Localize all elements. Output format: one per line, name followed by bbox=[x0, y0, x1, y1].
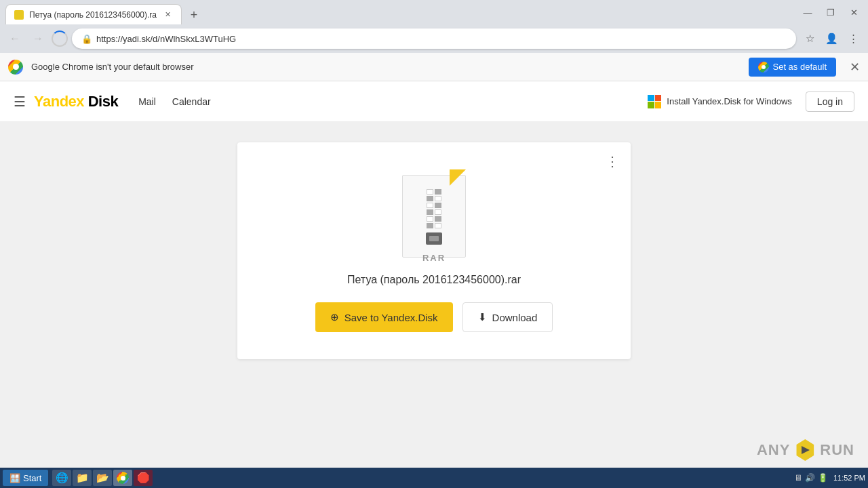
hamburger-menu[interactable]: ☰ bbox=[14, 94, 26, 110]
chrome-icon bbox=[8, 60, 23, 75]
url-text: https://yadi.sk/d/nWlhSkxL3WTuHG bbox=[96, 34, 236, 44]
taskbar-network-icon: 🖥 bbox=[794, 473, 802, 483]
zipper-pattern bbox=[426, 189, 442, 245]
file-icon: RAR bbox=[397, 163, 471, 258]
lock-icon: 🔒 bbox=[81, 34, 92, 44]
info-bar: Google Chrome isn't your default browser… bbox=[0, 53, 868, 81]
maximize-button[interactable]: ❐ bbox=[822, 5, 840, 19]
taskbar-app-folder[interactable]: 📁 bbox=[73, 470, 92, 486]
taskbar-app-ie[interactable]: 🌐 bbox=[52, 470, 71, 486]
more-options-button[interactable]: ⋮ bbox=[606, 153, 620, 169]
taskbar-right: 🖥 🔊 🔋 11:52 PM bbox=[794, 473, 865, 483]
download-icon: ⬇ bbox=[478, 311, 487, 323]
taskbar-status-icons: 🖥 🔊 🔋 bbox=[794, 473, 828, 483]
save-to-yandex-button[interactable]: ⊕ Save to Yandex.Disk bbox=[315, 302, 453, 332]
new-tab-button[interactable]: + bbox=[184, 5, 203, 24]
tab-bar: Петуа (пароль 2016123456000).ra ✕ + bbox=[5, 0, 793, 24]
start-icon: 🪟 bbox=[9, 473, 20, 483]
save-icon: ⊕ bbox=[330, 311, 339, 323]
close-info-button[interactable]: ✕ bbox=[850, 60, 860, 75]
menu-icon[interactable]: ⋮ bbox=[844, 29, 863, 48]
title-bar: Петуа (пароль 2016123456000).ra ✕ + — ❐ … bbox=[0, 0, 868, 24]
zipper-box bbox=[426, 232, 442, 245]
action-buttons: ⊕ Save to Yandex.Disk ⬇ Download bbox=[315, 302, 553, 332]
start-label: Start bbox=[23, 473, 41, 483]
info-bar-text: Google Chrome isn't your default browser bbox=[31, 62, 741, 72]
anyrun-watermark: ANY RUN bbox=[757, 439, 854, 461]
taskbar-time: 11:52 PM bbox=[833, 474, 865, 482]
forward-button[interactable]: → bbox=[28, 29, 47, 48]
minimize-button[interactable]: — bbox=[799, 5, 816, 19]
url-bar[interactable]: 🔒 https://yadi.sk/d/nWlhSkxL3WTuHG bbox=[72, 28, 796, 49]
file-card: ⋮ bbox=[237, 142, 631, 359]
taskbar-volume-icon: 🔊 bbox=[805, 473, 815, 483]
file-body: RAR bbox=[402, 175, 466, 258]
header-right: Install Yandex.Disk for Windows Log in bbox=[648, 92, 854, 112]
taskbar-app-chrome[interactable] bbox=[113, 470, 132, 486]
yandex-logo: Yandex Disk bbox=[34, 93, 118, 110]
anyrun-suffix: RUN bbox=[820, 441, 854, 459]
nav-calendar[interactable]: Calendar bbox=[172, 96, 211, 107]
window-controls: — ❐ ✕ bbox=[799, 5, 863, 19]
loading-spinner bbox=[52, 30, 68, 47]
tab-close-button[interactable]: ✕ bbox=[162, 9, 173, 20]
file-corner-fold bbox=[450, 169, 466, 186]
file-type-label: RAR bbox=[422, 253, 446, 263]
toolbar-icons: ☆ 👤 ⋮ bbox=[800, 29, 863, 48]
set-default-button[interactable]: Set as default bbox=[749, 58, 837, 77]
taskbar-app-explorer[interactable]: 📂 bbox=[93, 470, 112, 486]
download-label: Download bbox=[492, 312, 538, 323]
file-name: Петуа (пароль 2016123456000).rar bbox=[347, 274, 521, 286]
main-area: ⋮ bbox=[0, 122, 868, 468]
page-content: ☰ Yandex Disk Mail Calendar Install Yand… bbox=[0, 81, 868, 468]
anyrun-text: ANY bbox=[757, 441, 790, 459]
anyrun-logo-icon bbox=[794, 439, 816, 461]
nav-mail[interactable]: Mail bbox=[138, 96, 156, 107]
account-icon[interactable]: 👤 bbox=[822, 29, 841, 48]
back-button[interactable]: ← bbox=[5, 29, 24, 48]
save-label: Save to Yandex.Disk bbox=[344, 312, 438, 323]
taskbar-apps: 🌐 📁 📂 🛑 bbox=[52, 470, 153, 486]
tab-favicon bbox=[14, 10, 24, 20]
login-button[interactable]: Log in bbox=[806, 92, 854, 112]
windows-logo-icon bbox=[648, 95, 661, 108]
download-button[interactable]: ⬇ Download bbox=[462, 302, 553, 332]
address-bar: ← → 🔒 https://yadi.sk/d/nWlhSkxL3WTuHG ☆… bbox=[0, 24, 868, 53]
start-button[interactable]: 🪟 Start bbox=[3, 470, 48, 486]
install-label: Install Yandex.Disk for Windows bbox=[667, 96, 791, 106]
install-yandex-disk[interactable]: Install Yandex.Disk for Windows bbox=[648, 95, 791, 108]
main-nav: Mail Calendar bbox=[138, 96, 211, 107]
close-button[interactable]: ✕ bbox=[845, 5, 863, 19]
browser-chrome: Петуа (пароль 2016123456000).ra ✕ + — ❐ … bbox=[0, 0, 868, 81]
chrome-logo-small bbox=[758, 62, 769, 73]
bookmark-icon[interactable]: ☆ bbox=[800, 29, 819, 48]
set-default-label: Set as default bbox=[773, 62, 827, 72]
yandex-header: ☰ Yandex Disk Mail Calendar Install Yand… bbox=[0, 81, 868, 122]
tab-title: Петуа (пароль 2016123456000).ra bbox=[29, 10, 157, 20]
taskbar: 🪟 Start 🌐 📁 📂 🛑 🖥 🔊 🔋 11:52 PM bbox=[0, 468, 868, 488]
taskbar-app-security[interactable]: 🛑 bbox=[134, 470, 153, 486]
active-tab[interactable]: Петуа (пароль 2016123456000).ra ✕ bbox=[5, 4, 182, 24]
taskbar-battery-icon: 🔋 bbox=[818, 473, 828, 483]
